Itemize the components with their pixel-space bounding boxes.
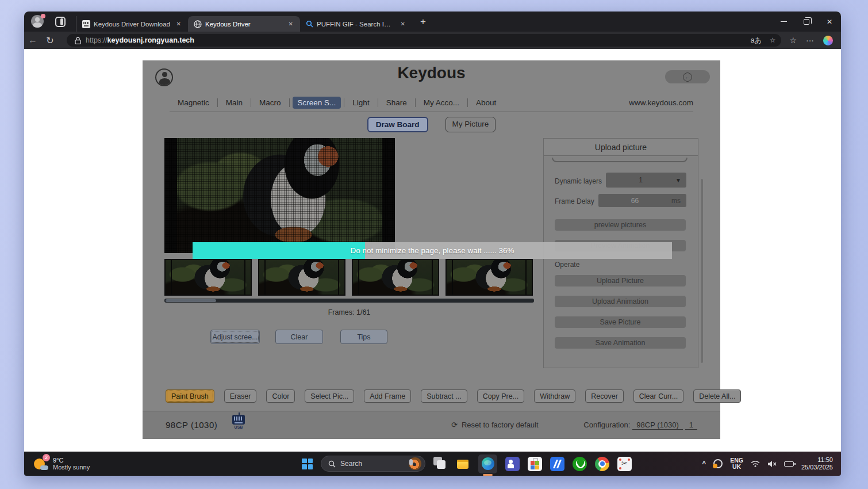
restore-button[interactable] [795, 12, 818, 32]
sync-status-icon[interactable] [713, 459, 723, 468]
adjust-screen-button[interactable]: Adjust scree... [210, 330, 260, 344]
browser-tab-1[interactable]: Keydous Driver Download ✕ [76, 16, 188, 32]
file-explorer-icon[interactable] [456, 457, 470, 471]
panel-scrollbar[interactable] [701, 179, 703, 363]
cloud-icon [40, 465, 48, 470]
search-highlight-icon [409, 457, 421, 470]
save-picture-button[interactable]: Save Picture [555, 316, 686, 328]
back-button[interactable]: ← [665, 70, 710, 83]
edge-browser-icon-active[interactable] [478, 454, 497, 473]
reset-icon: ⟳ [451, 421, 458, 429]
nav-share[interactable]: Share [381, 97, 412, 109]
tray-chevron-up-icon[interactable]: ^ [702, 460, 706, 468]
nav-about[interactable]: About [471, 97, 501, 109]
browser-tab-3[interactable]: PUFFIN GIF - Search Images ✕ [300, 16, 412, 32]
site-link[interactable]: www.keydous.com [629, 98, 693, 107]
url-text: https://keydousnj.rongyuan.tech [86, 36, 194, 44]
microsoft-store-icon[interactable] [528, 457, 542, 471]
settings-more-icon[interactable]: ··· [806, 36, 814, 45]
divider [344, 98, 344, 107]
task-view-icon[interactable] [433, 457, 448, 471]
favorite-star-icon[interactable]: ☆ [770, 36, 776, 44]
eraser-button[interactable]: Eraser [224, 389, 257, 403]
nav-magnetic[interactable]: Magnetic [172, 97, 214, 109]
frame-thumbnail-3[interactable] [352, 259, 439, 296]
keyboard-icon [232, 415, 245, 425]
active-app-indicator [483, 474, 493, 476]
paint-brush-button[interactable]: Paint Brush [166, 389, 214, 403]
tab-close-icon[interactable]: ✕ [174, 20, 183, 28]
dynamic-layers-select[interactable]: 1 ▼ [606, 173, 686, 188]
wifi-icon[interactable] [751, 460, 760, 467]
recover-button[interactable]: Recover [585, 389, 624, 403]
tips-button[interactable]: Tips [340, 330, 387, 344]
minimize-button[interactable] [772, 12, 795, 32]
nav-screen-selected[interactable]: Screen S... [293, 97, 341, 109]
subtract-frame-button[interactable]: Subtract ... [421, 389, 467, 403]
preview-pictures-button[interactable]: preview pictures [555, 219, 686, 231]
window-controls: ✕ [772, 12, 841, 32]
blue-app-icon[interactable] [550, 457, 564, 471]
frame-thumbnail-2[interactable] [258, 259, 345, 296]
nav-main[interactable]: Main [221, 97, 248, 109]
browser-profile-avatar[interactable] [31, 15, 45, 29]
temperature: 9°C [53, 457, 90, 464]
save-animation-button[interactable]: Save Animation [555, 337, 686, 349]
app-nav: Magnetic Main Macro Screen S... Light Sh… [170, 94, 693, 112]
nav-my-account[interactable]: My Acco... [418, 97, 464, 109]
clear-current-button[interactable]: Clear Curr... [633, 389, 683, 403]
scrollbar-thumb[interactable] [166, 299, 216, 302]
clock[interactable]: 11:5025/03/2025 [801, 456, 833, 471]
new-tab-button[interactable]: + [420, 16, 426, 28]
frame-thumbnail-1[interactable] [164, 259, 252, 296]
volume-muted-icon[interactable] [767, 460, 777, 468]
withdraw-button[interactable]: Withdraw [534, 389, 575, 403]
select-picture-button[interactable]: Select Pic... [305, 389, 354, 403]
weather-widget[interactable]: 2 9°C Mostly sunny [33, 456, 90, 471]
language-indicator[interactable]: ENGUK [730, 457, 743, 470]
teams-icon[interactable] [505, 457, 520, 471]
nav-light[interactable]: Light [347, 97, 374, 109]
lock-icon [75, 37, 81, 44]
progress-bar: Do not minimize the page, please wait ..… [193, 242, 672, 259]
workspaces-icon[interactable] [55, 17, 66, 27]
add-frame-button[interactable]: Add Frame [364, 389, 411, 403]
close-button[interactable]: ✕ [818, 12, 841, 32]
start-button[interactable] [302, 459, 313, 469]
collections-icon[interactable]: ☆ [789, 36, 797, 45]
tab-title: Keydous Driver Download [94, 21, 171, 28]
draw-board-canvas[interactable] [164, 138, 395, 253]
windows-taskbar: 2 9°C Mostly sunny Search [24, 452, 841, 476]
snipping-tool-icon[interactable]: ✂ [617, 457, 632, 471]
copilot-icon[interactable] [823, 36, 833, 45]
thumbnail-scrollbar[interactable] [164, 299, 534, 303]
chrome-icon[interactable] [595, 457, 609, 471]
tab-close-icon[interactable]: ✕ [286, 20, 295, 28]
configuration-number[interactable]: 1 [685, 421, 697, 430]
taskbar-search[interactable]: Search [321, 456, 425, 472]
frame-thumbnail-4[interactable] [445, 259, 533, 296]
draw-board-tab[interactable]: Draw Board [367, 117, 428, 132]
tab-close-icon[interactable]: ✕ [398, 20, 408, 28]
color-button[interactable]: Color [266, 389, 295, 403]
clear-button[interactable]: Clear [275, 330, 323, 344]
my-picture-tab[interactable]: My Picture [445, 117, 496, 132]
tab-title: Keydous Driver [205, 21, 283, 28]
frame-delay-input[interactable]: 66 ms [598, 194, 686, 207]
upload-picture-button[interactable]: Upload Picture [555, 275, 686, 286]
refresh-icon[interactable]: ↻ [41, 35, 59, 46]
battery-icon[interactable] [784, 461, 794, 467]
copy-previous-button[interactable]: Copy Pre... [477, 389, 525, 403]
usb-label: USB [230, 425, 247, 429]
reset-factory-default[interactable]: ⟳ Reset to factory default [451, 421, 539, 429]
configuration-value[interactable]: 98CP (1030) [632, 421, 682, 430]
xbox-icon[interactable] [573, 457, 587, 471]
edge-icon [482, 457, 494, 470]
delete-all-button[interactable]: Delete All... [693, 389, 741, 403]
nav-macro[interactable]: Macro [254, 97, 286, 109]
address-bar[interactable]: https://keydousnj.rongyuan.tech aあ ☆ [67, 34, 781, 47]
browser-tab-2-active[interactable]: Keydous Driver ✕ [188, 16, 300, 32]
translate-icon[interactable]: aあ [751, 36, 762, 45]
upload-animation-button[interactable]: Upload Animation [555, 296, 686, 307]
back-icon[interactable]: ← [24, 35, 41, 45]
